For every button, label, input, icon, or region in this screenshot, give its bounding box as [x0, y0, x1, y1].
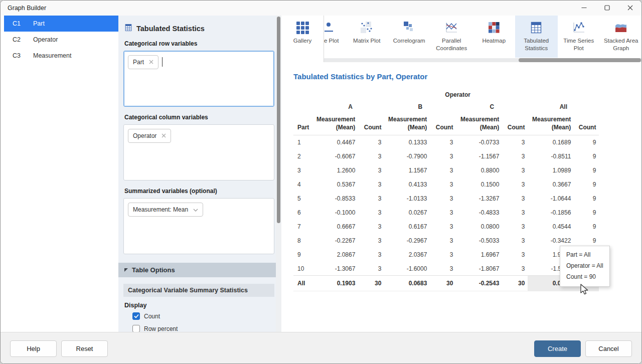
value-cell: 0.0267	[384, 206, 430, 220]
value-cell: 1.6967	[456, 248, 502, 262]
gallery-item-label: Time Series Plot	[558, 37, 599, 52]
part-column-header: Part	[293, 115, 316, 135]
gallery-item-parallel-coordinates[interactable]: Parallel Coordinates	[430, 16, 473, 58]
close-button[interactable]	[618, 1, 641, 16]
measurement-mean-header: Measurement(Mean)	[384, 115, 430, 135]
gallery-scrollbar[interactable]	[324, 58, 642, 62]
measurement-mean-header: Measurement(Mean)	[456, 115, 502, 135]
gallery-item-matrix-plot[interactable]: Matrix Plot	[346, 16, 388, 58]
sidebar-column-part[interactable]: C1Part	[4, 16, 118, 32]
chip-label: Measurement: Mean	[133, 206, 188, 213]
chip-label: Operator	[133, 132, 156, 139]
value-cell: 3	[502, 234, 528, 248]
value-cell: 3	[358, 234, 384, 248]
measurement-mean-header: Measurement(Mean)	[316, 115, 358, 135]
checkbox-count[interactable]: Count	[132, 312, 274, 320]
totals-row: All0.1903300.068330-0.2543300.001490	[293, 276, 599, 291]
value-cell: 3	[502, 135, 528, 149]
gallery-item-tabulated-statistics[interactable]: Tabulated Statistics	[515, 16, 558, 58]
table-row: 31.260031.156730.880031.09899	[293, 163, 599, 177]
table-row: 2-0.60673-0.79003-1.15673-0.85119	[293, 149, 599, 163]
maximize-button[interactable]	[595, 1, 618, 16]
value-cell: 0.8800	[456, 163, 502, 177]
gallery-scrollbar-thumb[interactable]	[519, 58, 641, 62]
gallery-item-label: Gallery	[293, 37, 311, 45]
value-cell: 3	[502, 262, 528, 276]
value-cell: 3	[430, 177, 456, 192]
value-cell: 3	[502, 248, 528, 262]
cell-tooltip: Part = AllOperator = AllCount = 90	[560, 246, 610, 287]
value-cell: 30	[358, 276, 384, 291]
summarized-variables-input[interactable]: Measurement: Mean	[123, 198, 274, 254]
column-variables-label: Categorical column variables	[124, 114, 274, 121]
value-cell: 3	[502, 177, 528, 192]
builder-panel-scrollbar[interactable]	[276, 16, 281, 332]
value-cell: -0.6067	[316, 149, 358, 163]
part-cell: 3	[293, 163, 316, 177]
chip-remove-icon[interactable]	[149, 59, 153, 66]
value-cell: 9	[574, 220, 599, 234]
minimize-button[interactable]	[572, 1, 595, 16]
part-cell: 9	[293, 248, 316, 262]
chip-remove-icon[interactable]	[162, 132, 166, 139]
value-cell: -1.0133	[384, 192, 430, 206]
value-cell: -1.0644	[528, 192, 574, 206]
checkbox-row-percent[interactable]: Row percent	[132, 325, 274, 332]
value-cell: 3	[358, 192, 384, 206]
checkbox-checked-icon[interactable]	[132, 312, 140, 320]
help-button[interactable]: Help	[10, 340, 57, 357]
value-cell: -0.2967	[384, 234, 430, 248]
operator-level-header-c: C	[456, 100, 528, 115]
table-row: 40.536730.413330.150030.36679	[293, 177, 599, 192]
value-cell: 9	[574, 206, 599, 220]
gallery-item-label: Stacked Area Graph	[600, 37, 641, 52]
builder-panel-scrollbar-thumb[interactable]	[277, 17, 280, 223]
table-row: 6-0.100030.02673-0.48333-0.18569	[293, 206, 599, 220]
value-cell: 0.0800	[456, 220, 502, 234]
results-title: Tabulated Statistics by Part, Operator	[293, 72, 641, 81]
builder-panel-header: Tabulated Statistics	[124, 24, 274, 33]
value-cell: 3	[358, 135, 384, 149]
gallery-item-stacked-area-graph[interactable]: Stacked Area Graph	[600, 16, 642, 58]
value-cell: -1.3267	[456, 192, 502, 206]
value-cell: 3	[358, 206, 384, 220]
gallery-item-time-series-plot[interactable]: Time Series Plot	[558, 16, 600, 58]
variable-chip-part[interactable]: Part	[128, 55, 158, 69]
chip-dropdown-icon[interactable]	[193, 206, 198, 213]
gallery-item-e-plot[interactable]: e Plot	[324, 16, 346, 58]
cancel-button[interactable]: Cancel	[585, 340, 632, 357]
part-cell: 7	[293, 220, 316, 234]
row-variables-input[interactable]: Part	[123, 51, 274, 107]
matrix-plot-icon	[360, 20, 373, 35]
value-cell: 0.5367	[316, 177, 358, 192]
create-button[interactable]: Create	[534, 340, 581, 357]
column-name: Measurement	[33, 52, 71, 59]
clipped-plot-icon	[324, 20, 344, 35]
checkbox-unchecked-icon[interactable]	[132, 325, 140, 332]
dialog-footer: Help Reset Create Cancel	[1, 332, 641, 364]
gallery-item-label: e Plot	[324, 37, 339, 45]
gallery-item-label: Parallel Coordinates	[431, 37, 472, 52]
value-cell: -0.1000	[316, 206, 358, 220]
gallery-item-correlogram[interactable]: Correlogram	[388, 16, 431, 58]
variable-chip-measurement[interactable]: Measurement: Mean	[128, 203, 203, 217]
gallery-item-gallery[interactable]: Gallery	[281, 16, 324, 62]
sidebar-column-measurement[interactable]: C3Measurement	[4, 48, 118, 64]
value-cell: -1.6000	[384, 262, 430, 276]
value-cell: 3	[430, 149, 456, 163]
sidebar-column-operator[interactable]: C2Operator	[4, 32, 118, 48]
stacked-area-icon	[614, 20, 627, 35]
value-cell: 9	[574, 192, 599, 206]
gallery-item-heatmap[interactable]: Heatmap	[473, 16, 516, 58]
count-header: Count	[430, 115, 456, 135]
column-variables-input[interactable]: Operator	[123, 124, 274, 180]
reset-button[interactable]: Reset	[61, 340, 108, 357]
value-cell: 3	[502, 192, 528, 206]
variable-chip-operator[interactable]: Operator	[128, 129, 171, 143]
correlogram-icon	[403, 20, 416, 35]
content-area: C1PartC2OperatorC3Measurement Tabulated …	[1, 16, 641, 332]
value-cell: 1.0989	[528, 163, 574, 177]
value-cell: -0.1856	[528, 206, 574, 220]
operator-level-header-b: B	[384, 100, 456, 115]
table-options-header[interactable]: Table Options	[118, 263, 281, 277]
